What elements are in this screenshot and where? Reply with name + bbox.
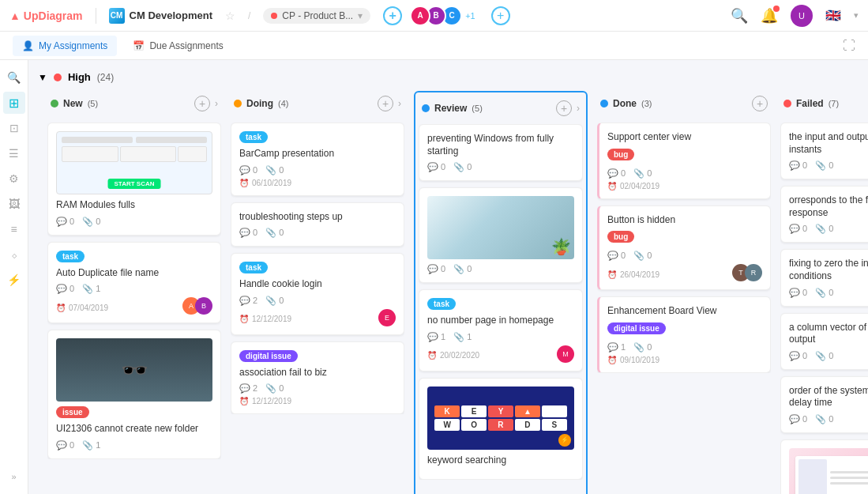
app-logo[interactable]: ▲ UpDiagram: [9, 9, 83, 22]
card-failed-2[interactable]: orresponds to the forced response 💬 0 📎 …: [780, 186, 868, 243]
sidebar-search-icon[interactable]: 🔍: [3, 66, 25, 89]
card-failed-3[interactable]: fixing to zero the initial state conditi…: [780, 249, 868, 306]
comment-count: 💬 1: [607, 342, 626, 353]
card-ram-modules[interactable]: START SCAN RAM Modules fulls 💬 0 📎 0: [47, 123, 221, 236]
col-count-done: (3): [641, 99, 652, 108]
priority-count-high: (24): [97, 72, 114, 83]
column-header-done: Done (3) +: [597, 91, 771, 116]
tab-my-assignments[interactable]: 👤 My Assignments: [13, 36, 117, 56]
sidebar-menu-icon[interactable]: ≡: [3, 218, 25, 240]
sidebar-gallery-icon[interactable]: 🖼: [3, 193, 25, 215]
comment-count: 💬 0: [789, 224, 807, 234]
card-meta: 💬 1 📎 0: [607, 342, 762, 353]
card-room-image[interactable]: 🪴 💬 0 📎 0: [419, 187, 583, 283]
search-icon[interactable]: 🔍: [731, 7, 748, 25]
card-tag-task: task: [427, 298, 456, 310]
card-tag-task: task: [239, 262, 268, 273]
comment-count: 💬 0: [427, 264, 445, 274]
attachment-count: 📎 0: [633, 168, 652, 179]
left-sidebar: 🔍 ⊞ ⊡ ☰ ⚙ 🖼 ≡ ⬦ ⚡ »: [0, 60, 28, 494]
attachment-count: 📎 0: [815, 160, 833, 171]
column-doing: Doing (4) + › task BarCamp presentation: [231, 91, 404, 494]
card-button-hidden[interactable]: Button is hidden bug 💬 0 📎 0 ⏰26/04/2019: [597, 206, 771, 291]
col-add-done-button[interactable]: +: [752, 96, 768, 111]
card-avatars: A B: [182, 297, 212, 315]
attachment-count: 📎 0: [815, 414, 833, 424]
card-ui21306[interactable]: 🕶️ issue UI21306 cannot create new folde…: [47, 330, 221, 459]
columns-container: New (5) + ›: [38, 88, 868, 494]
add-project-button[interactable]: +: [383, 6, 402, 25]
comment-count: 💬 0: [239, 228, 257, 238]
priority-header-high[interactable]: ▼ High (24): [38, 66, 859, 88]
card-meta: 💬 0 📎 0: [789, 224, 868, 234]
due-assignments-icon: 📅: [133, 40, 145, 51]
sidebar-bolt-icon[interactable]: ⚡: [3, 269, 25, 291]
user-avatar[interactable]: U: [791, 5, 813, 27]
card-failed-4[interactable]: a column vector of input and output 💬 0 …: [780, 313, 868, 370]
card-failed-1[interactable]: the input and output at sampling instant…: [780, 123, 868, 179]
sidebar-expand-icon[interactable]: »: [3, 466, 25, 488]
comment-count: 💬 0: [56, 284, 74, 294]
card-avatar: M: [557, 345, 574, 363]
fullscreen-button[interactable]: ⛶: [843, 39, 855, 53]
notification-icon[interactable]: 🔔: [761, 7, 778, 25]
top-nav: ▲ UpDiagram CM CM Development ☆ / CP - P…: [0, 0, 868, 32]
card-association-fail[interactable]: digital issue association fail to biz 💬 …: [231, 341, 404, 415]
add-member-button[interactable]: +: [491, 6, 510, 25]
col-add-review-button[interactable]: +: [556, 100, 572, 116]
column-header-review: Review (5) + ›: [419, 96, 583, 121]
card-barcamp[interactable]: task BarCamp presentation 💬 0 📎 0 ⏰06/10…: [231, 123, 404, 196]
sidebar-kanban-icon[interactable]: ⊞: [3, 92, 25, 114]
sub-nav: 👤 My Assignments 📅 Due Assignments ⛶: [0, 32, 868, 60]
card-handle-cookie[interactable]: task Handle cookie login 💬 2 📎 0 ⏰12/12/…: [231, 253, 404, 335]
sidebar-settings-icon[interactable]: ⚙: [3, 168, 25, 190]
col-count-review: (5): [472, 104, 482, 113]
project-name[interactable]: CM CM Development: [109, 8, 212, 24]
card-tag-task: task: [239, 131, 268, 143]
main-layout: 🔍 ⊞ ⊡ ☰ ⚙ 🖼 ≡ ⬦ ⚡ » ▼ High (24): [0, 60, 868, 494]
column-header-doing: Doing (4) + ›: [231, 91, 404, 116]
language-flag[interactable]: 🇬🇧: [825, 8, 841, 23]
sidebar-list-icon[interactable]: ☰: [3, 142, 25, 164]
attachment-count: 📎 0: [815, 288, 833, 298]
sidebar-grid-icon[interactable]: ⊡: [3, 117, 25, 139]
card-meta: 💬 0 📎 0: [607, 251, 762, 261]
card-title: UI21306 cannot create new folder: [56, 423, 212, 436]
card-avatar: E: [378, 309, 396, 326]
avatar: A: [410, 6, 430, 26]
card-title: Button is hidden: [607, 214, 762, 227]
card-tag-digital-issue: digital issue: [607, 322, 666, 334]
col-title-doing: Doing: [246, 98, 273, 109]
board-area[interactable]: ▼ High (24) New (5) + ›: [28, 60, 868, 494]
card-failed-5[interactable]: order of the system, presence of delay t…: [780, 376, 868, 433]
card-date: ⏰06/10/2019: [239, 179, 396, 187]
card-enhancement-board[interactable]: Enhancement Board View digital issue 💬 1…: [597, 296, 771, 373]
col-dot-failed: [783, 100, 791, 107]
id-card-image: [789, 448, 868, 494]
tab-due-assignments[interactable]: 📅 Due Assignments: [123, 36, 232, 56]
card-footer: ⏰20/02/2020 M: [427, 345, 574, 363]
sidebar-diamond-icon[interactable]: ⬦: [3, 243, 25, 266]
attachment-count: 📎 0: [265, 296, 284, 306]
board-scroll[interactable]: ▼ High (24) New (5) + ›: [28, 60, 868, 494]
card-keyword-searching[interactable]: K E Y ▲ W O R D S: [419, 378, 583, 481]
card-footer: ⏰26/04/2019 T R: [607, 264, 762, 281]
card-title: orresponds to the forced response: [789, 194, 868, 219]
card-no-number-page[interactable]: task no number page in homepage 💬 1 📎 1 …: [419, 289, 583, 371]
card-title: a column vector of input and output: [789, 322, 868, 346]
scan-card-image: START SCAN: [56, 131, 212, 194]
card-failed-idcard[interactable]: [780, 439, 868, 494]
project-icon: CM: [109, 8, 125, 24]
col-add-new-button[interactable]: +: [194, 96, 210, 111]
star-icon[interactable]: ☆: [225, 9, 235, 22]
card-preventing-windows[interactable]: preventing Windows from fully starting 💬…: [419, 124, 583, 181]
card-support-center[interactable]: Support center view bug 💬 0 📎 0 ⏰02/04/2…: [597, 123, 771, 199]
card-meta: 💬 1 📎 1: [427, 332, 574, 342]
project-tab[interactable]: CP - Product B... ▾: [263, 8, 370, 24]
card-troubleshooting[interactable]: troubleshooting steps up 💬 0 📎 0: [231, 202, 404, 247]
card-meta: 💬 0 📎 1: [56, 440, 212, 451]
card-auto-duplicate[interactable]: task Auto Duplicate file name 💬 0 📎 1 ⏰0…: [47, 242, 221, 324]
attachment-count: 📎 1: [82, 440, 100, 451]
col-add-doing-button[interactable]: +: [378, 96, 393, 111]
due-assignments-label: Due Assignments: [149, 40, 223, 51]
